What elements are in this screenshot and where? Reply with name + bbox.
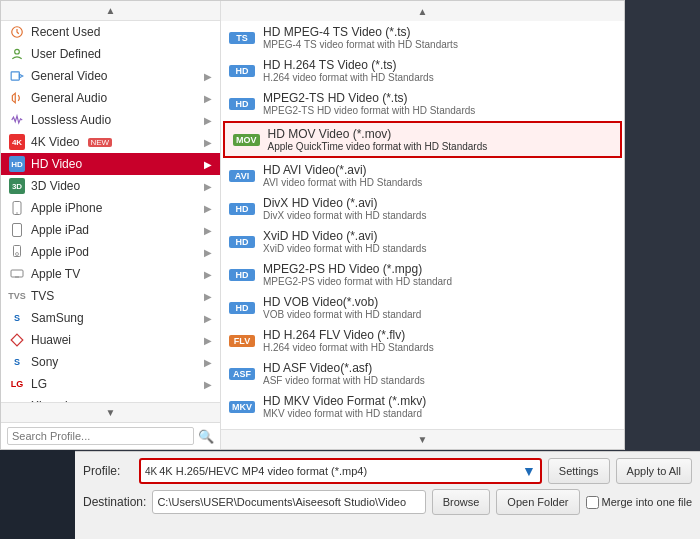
format-hd-mpeg4-ts[interactable]: TS HD MPEG-4 TS Video (*.ts) MPEG-4 TS v… (221, 21, 624, 54)
huawei-icon (9, 332, 25, 348)
profile-dropdown[interactable]: 4K 4K H.265/HEVC MP4 video format (*.mp4… (139, 458, 542, 484)
open-folder-button[interactable]: Open Folder (496, 489, 579, 515)
samsung-arrow: ▶ (204, 313, 212, 324)
lg-arrow: ▶ (204, 379, 212, 390)
category-4k-video[interactable]: 4K 4K Video NEW ▶ (1, 131, 220, 153)
format-info-mpeg2ps: MPEG2-PS HD Video (*.mpg) MPEG2-PS video… (263, 262, 452, 287)
format-info-vob: HD VOB Video(*.vob) VOB video format wit… (263, 295, 421, 320)
format-desc-asf: ASF video format with HD standards (263, 375, 425, 386)
format-mpeg2-ps[interactable]: HD MPEG2-PS HD Video (*.mpg) MPEG2-PS vi… (221, 258, 624, 291)
hd-video-icon: HD (9, 156, 25, 172)
general-audio-icon (9, 90, 25, 106)
scroll-up-arrow[interactable]: ▲ (1, 1, 220, 21)
category-apple-ipod[interactable]: Apple iPod ▶ (1, 241, 220, 263)
left-category-panel: ▲ Recent Used User Defined (1, 1, 221, 449)
sony-arrow: ▶ (204, 357, 212, 368)
right-scroll-up-arrow[interactable]: ▲ (221, 1, 624, 21)
category-3d-video[interactable]: 3D 3D Video ▶ (1, 175, 220, 197)
category-lg[interactable]: LG LG ▶ (1, 373, 220, 395)
format-divx-hd[interactable]: HD DivX HD Video (*.avi) DivX video form… (221, 192, 624, 225)
category-apple-ipad[interactable]: Apple iPad ▶ (1, 219, 220, 241)
format-desc-mkv: MKV video format with HD standard (263, 408, 426, 419)
category-hd-video[interactable]: HD HD Video ▶ (1, 153, 220, 175)
apple-iphone-label: Apple iPhone (31, 201, 102, 215)
lossless-audio-icon (9, 112, 25, 128)
format-hd-asf[interactable]: ASF HD ASF Video(*.asf) ASF video format… (221, 357, 624, 390)
user-defined-icon (9, 46, 25, 62)
lg-label: LG (31, 377, 47, 391)
category-apple-iphone[interactable]: Apple iPhone ▶ (1, 197, 220, 219)
format-badge-asf: ASF (229, 368, 255, 380)
format-hd-mov[interactable]: MOV HD MOV Video (*.mov) Apple QuickTime… (223, 121, 622, 158)
tvs-label: TVS (31, 289, 54, 303)
sony-label: Sony (31, 355, 58, 369)
merge-label: Merge into one file (602, 496, 693, 508)
3d-video-label: 3D Video (31, 179, 80, 193)
svg-rect-14 (14, 246, 21, 257)
category-general-audio[interactable]: General Audio ▶ (1, 87, 220, 109)
destination-label: Destination: (83, 495, 146, 509)
format-desc-avi: AVI video format with HD Standards (263, 177, 422, 188)
format-xvid-hd[interactable]: HD XviD HD Video (*.avi) XviD video form… (221, 225, 624, 258)
category-tvs[interactable]: TVS TVS ▶ (1, 285, 220, 307)
lossless-audio-label: Lossless Audio (31, 113, 111, 127)
general-video-label: General Video (31, 69, 108, 83)
svg-point-12 (16, 212, 18, 214)
format-name-flv: HD H.264 FLV Video (*.flv) (263, 328, 434, 342)
format-hd-vob[interactable]: HD HD VOB Video(*.vob) VOB video format … (221, 291, 624, 324)
general-audio-label: General Audio (31, 91, 107, 105)
browse-button[interactable]: Browse (432, 489, 491, 515)
category-general-video[interactable]: General Video ▶ (1, 65, 220, 87)
svg-rect-13 (13, 224, 22, 237)
format-name-xvid: XviD HD Video (*.avi) (263, 229, 426, 243)
apple-ipad-label: Apple iPad (31, 223, 89, 237)
category-lossless-audio[interactable]: Lossless Audio ▶ (1, 109, 220, 131)
scroll-down-arrow[interactable]: ▼ (1, 402, 220, 422)
apple-ipad-icon (9, 222, 25, 238)
hd-video-arrow: ▶ (204, 159, 212, 170)
profile-chevron-icon: ▼ (522, 463, 536, 479)
format-info-xvid: XviD HD Video (*.avi) XviD video format … (263, 229, 426, 254)
merge-checkbox[interactable] (586, 496, 599, 509)
svg-point-15 (16, 253, 19, 256)
format-desc-flv: H.264 video format with HD Standards (263, 342, 434, 353)
settings-button[interactable]: Settings (548, 458, 610, 484)
apply-all-button[interactable]: Apply to All (616, 458, 692, 484)
format-hd-h264-ts[interactable]: HD HD H.264 TS Video (*.ts) H.264 video … (221, 54, 624, 87)
apple-ipod-icon (9, 244, 25, 260)
right-scroll-down-arrow[interactable]: ▼ (221, 429, 624, 449)
category-huawei[interactable]: Huawei ▶ (1, 329, 220, 351)
hd-video-label: HD Video (31, 157, 82, 171)
format-badge-divx: HD (229, 203, 255, 215)
format-desc-ts: MPEG-4 TS video format with HD Standarts (263, 39, 458, 50)
apple-tv-arrow: ▶ (204, 269, 212, 280)
apple-iphone-arrow: ▶ (204, 203, 212, 214)
format-info-mpeg2ts: MPEG2-TS HD Video (*.ts) MPEG2-TS HD vid… (263, 91, 475, 116)
huawei-label: Huawei (31, 333, 71, 347)
category-user-defined[interactable]: User Defined (1, 43, 220, 65)
lossless-audio-arrow: ▶ (204, 115, 212, 126)
category-samsung[interactable]: S SamSung ▶ (1, 307, 220, 329)
format-badge-mpeg2ts: HD (229, 98, 255, 110)
destination-path-display: C:\Users\USER\Documents\Aiseesoft Studio… (152, 490, 425, 514)
sony-icon: S (9, 354, 25, 370)
format-hd-mkv[interactable]: MKV HD MKV Video Format (*.mkv) MKV vide… (221, 390, 624, 423)
format-name-vob: HD VOB Video(*.vob) (263, 295, 421, 309)
category-sony[interactable]: S Sony ▶ (1, 351, 220, 373)
format-hd-flv[interactable]: FLV HD H.264 FLV Video (*.flv) H.264 vid… (221, 324, 624, 357)
format-dropdown: ▲ Recent Used User Defined (0, 0, 625, 450)
format-hd-avi[interactable]: AVI HD AVI Video(*.avi) AVI video format… (221, 159, 624, 192)
format-mpeg2-ts-hd[interactable]: HD MPEG2-TS HD Video (*.ts) MPEG2-TS HD … (221, 87, 624, 120)
format-name-mpeg2ps: MPEG2-PS HD Video (*.mpg) (263, 262, 452, 276)
format-badge-vob: HD (229, 302, 255, 314)
category-recent-used[interactable]: Recent Used (1, 21, 220, 43)
format-list: TS HD MPEG-4 TS Video (*.ts) MPEG-4 TS v… (221, 21, 624, 429)
recent-used-label: Recent Used (31, 25, 100, 39)
category-apple-tv[interactable]: Apple TV ▶ (1, 263, 220, 285)
new-badge: NEW (88, 138, 113, 147)
tvs-icon: TVS (9, 288, 25, 304)
apple-ipad-arrow: ▶ (204, 225, 212, 236)
merge-checkbox-row: Merge into one file (586, 496, 693, 509)
category-xiaomi[interactable]: MI Xiaomi ▶ (1, 395, 220, 402)
search-input[interactable] (7, 427, 194, 445)
